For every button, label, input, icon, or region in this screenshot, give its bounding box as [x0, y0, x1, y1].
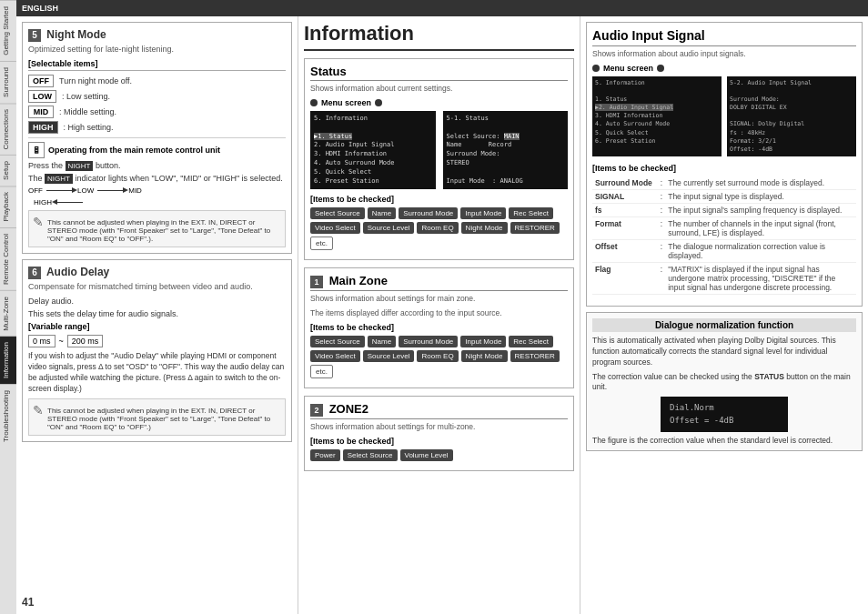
as1-l4: ▶2. Audio Input Signal	[595, 104, 719, 112]
sidebar-tab-playback[interactable]: Playback	[0, 186, 16, 226]
mz-badge-input-mode: Input Mode	[460, 336, 506, 347]
main-zone-label: Main Zone	[329, 274, 388, 287]
sidebar-tab-troubleshooting[interactable]: Troubleshooting	[0, 384, 16, 448]
screen1-line8: 6. Preset Station	[314, 177, 432, 186]
option-mid: MID : Middle setting.	[28, 106, 286, 118]
audio-screens: 5. Information 1. Status ▶2. Audio Input…	[592, 76, 856, 156]
option-low: LOW : Low setting.	[28, 90, 286, 103]
check-row-flag: Flag : "MATRIX" is displayed if the inpu…	[592, 262, 856, 294]
dial-line-1: Dial.Norm	[670, 402, 779, 415]
check-term-offset: Offset	[592, 239, 658, 262]
sidebar-tab-multi-zone[interactable]: Multi-Zone	[0, 290, 16, 337]
check-desc-signal: The input signal type is displayed.	[665, 189, 856, 203]
note-icon: ✎	[33, 215, 44, 229]
audio-delay-label: Audio Delay	[46, 266, 109, 278]
main-zone-title: 1 Main Zone	[310, 274, 568, 291]
mz-badge-etc: etc.	[310, 365, 333, 378]
arrow-1	[46, 190, 74, 191]
status-badges: Select Source Name Surround Mode Input M…	[310, 207, 568, 250]
sidebar-tab-connections[interactable]: Connections	[0, 103, 16, 155]
main-zone-items-header: [Items to be checked]	[310, 323, 568, 332]
check-desc-format: The number of channels in the input sign…	[665, 216, 856, 239]
audio-menu-screen-text: Menu screen	[603, 64, 653, 73]
audio-delay-section: 6 Audio Delay Compensate for mismatched …	[22, 259, 292, 442]
audio-screen-1: 5. Information 1. Status ▶2. Audio Input…	[592, 76, 722, 156]
menu-screen-text: Menu screen	[321, 98, 371, 107]
check-row-offset: Offset : The dialogue normalization corr…	[592, 239, 856, 262]
status-title: Status	[310, 65, 568, 81]
delay-note-icon: ✎	[33, 403, 44, 418]
badge-room-eq: Room EQ	[417, 222, 458, 234]
sidebar-tab-surround[interactable]: Surround	[0, 61, 16, 103]
audio-delay-num: 6	[28, 267, 41, 279]
check-row-fs: fs : The input signal's sampling frequen…	[592, 203, 856, 216]
arrow-2	[97, 190, 125, 191]
dialogue-note: The figure is the correction value when …	[592, 436, 856, 445]
range-values: 0 ms ~ 200 ms	[28, 335, 286, 347]
sidebar-tab-getting-started[interactable]: Getting Started	[0, 0, 16, 61]
z2-badge-select-source: Select Source	[343, 449, 398, 461]
check-row-surround: Surround Mode : The currently set surrou…	[592, 176, 856, 190]
left-column: 5 Night Mode Optimized setting for late-…	[16, 16, 298, 614]
badge-video-select: Video Select	[310, 222, 360, 234]
screen2-line1: 5-1. Status	[447, 115, 565, 124]
screen1-line6: 4. Auto Surround Mode	[314, 159, 432, 168]
sidebar-tab-setup[interactable]: Setup	[0, 155, 16, 186]
screen2-line3: Select Source: MAIN	[447, 133, 565, 142]
night-button-label: NIGHT	[66, 161, 94, 171]
zone2-title: 2 ZONE2	[310, 402, 568, 419]
option-tag-high: HIGH	[28, 121, 58, 134]
info-heading: Information	[304, 22, 574, 51]
level-off: OFF	[28, 186, 43, 195]
as2-l1: 5-2. Audio Input Signal	[730, 79, 853, 87]
audio-screen-2: 5-2. Audio Input Signal Surround Mode: D…	[727, 76, 856, 156]
night-mode-label: Night Mode	[46, 28, 106, 41]
main-zone-badges: Select Source Name Surround Mode Input M…	[310, 336, 568, 378]
screen2-line6: STEREO	[447, 159, 565, 168]
status-items-header: [Items to be checked]	[310, 195, 568, 204]
menu-screen-label: Menu screen	[310, 98, 568, 107]
sidebar-tab-information[interactable]: Information	[0, 336, 16, 384]
badge-night-mode: Night Mode	[461, 222, 508, 234]
as2-l8: Format: 3/2/1	[730, 137, 853, 146]
badge-name: Name	[368, 207, 396, 219]
dialogue-normalization-section: Dialogue normalization function This is …	[586, 312, 863, 451]
night-note-box: ✎ This cannot be adjusted when playing i…	[28, 210, 286, 247]
dialogue-status-bold: STATUS	[754, 372, 784, 381]
audio-menu-screen-label: Menu screen	[592, 64, 856, 73]
as1-l8: 6. Preset Station	[595, 137, 719, 146]
check-table: Surround Mode : The currently set surrou…	[592, 176, 856, 295]
delay-desc1: Delay audio.	[28, 297, 286, 306]
check-term-signal: SIGNAL	[592, 189, 658, 203]
range-min: 0 ms	[28, 335, 56, 347]
as1-l2	[595, 87, 719, 96]
as1-l3: 1. Status	[595, 96, 719, 104]
as1-l5: 3. HDMI Information	[595, 112, 719, 120]
main-zone-shows: Shows information about settings for mai…	[310, 294, 568, 303]
zone2-section: 2 ZONE2 Shows information about settings…	[304, 396, 574, 471]
mz-badge-surround-mode: Surround Mode	[399, 336, 458, 347]
as2-l5	[730, 112, 853, 120]
sidebar-tab-remote-control[interactable]: Remote Control	[0, 227, 16, 290]
audio-input-subtitle: Shows information about audio input sign…	[592, 49, 856, 58]
check-term-surround: Surround Mode	[592, 176, 658, 190]
mz-badge-restorer: RESTORER	[510, 350, 560, 362]
option-desc-high: : High setting.	[64, 123, 114, 132]
sidebar: Getting Started Surround Connections Set…	[0, 0, 16, 614]
dialogue-title: Dialogue normalization function	[592, 318, 856, 332]
bullet-icon-2	[375, 99, 382, 106]
check-colon-5: :	[658, 239, 665, 262]
check-row-format: Format : The number of channels in the i…	[592, 216, 856, 239]
audio-bullet-1	[592, 65, 600, 72]
status-screen-2: 5-1. Status Select Source: MAIN Name Rec…	[443, 111, 569, 189]
check-colon-2: :	[658, 189, 665, 203]
zone2-num: 2	[310, 404, 323, 417]
check-term-format: Format	[592, 216, 658, 239]
level-diagram-2: HIGH	[34, 198, 286, 206]
check-term-flag: Flag	[592, 262, 658, 294]
main-zone-num: 1	[310, 276, 323, 288]
operating-label: Operating from the main remote control u…	[48, 146, 220, 155]
delay-note-text: This cannot be adjusted when playing in …	[47, 407, 281, 431]
check-term-fs: fs	[592, 203, 658, 216]
language-label: ENGLISH	[22, 4, 58, 13]
